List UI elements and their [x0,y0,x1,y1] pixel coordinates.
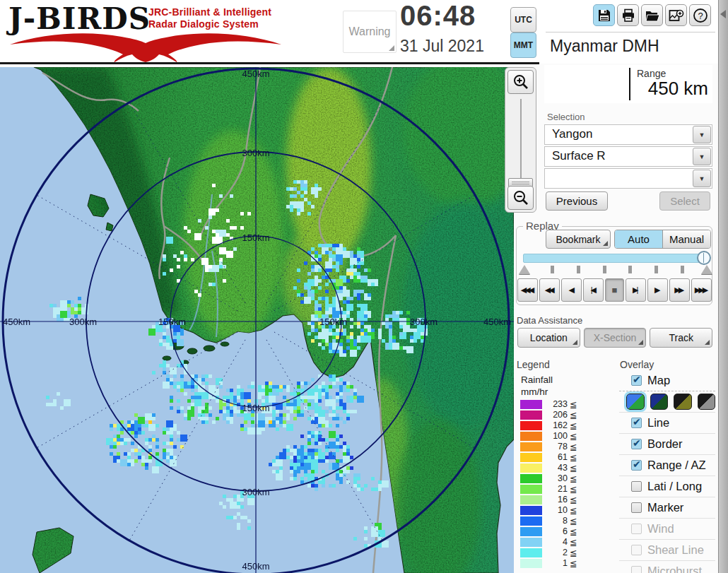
overlay-row-shear-line[interactable]: Shear Line [619,540,715,561]
legend-value: 1 [544,558,568,568]
map-style-swatch[interactable] [674,394,692,410]
product-dropdown[interactable]: Surface R ▼ [544,146,712,167]
checkbox[interactable] [631,545,642,555]
checkbox[interactable] [631,418,642,428]
overlay-row-line[interactable]: Line [619,413,715,434]
radar-map[interactable]: 450km300km150km150km300km450km450km300km… [0,67,514,573]
checkbox[interactable] [631,566,642,573]
legend-lte-symbol: ≦ [570,431,577,442]
utc-toggle-button[interactable]: UTC [510,7,536,33]
warning-button[interactable]: Warning [343,11,397,53]
chevron-down-icon[interactable]: ▼ [693,126,711,143]
step-backward-button[interactable]: |◀ [583,278,604,302]
overlay-row-microburst[interactable]: Microburst [619,561,715,573]
legend-value: 10 [544,505,568,515]
open-button[interactable] [641,4,663,26]
stop-button[interactable]: ■ [605,278,623,302]
legend-row: 16≦ [519,495,587,505]
map-style-swatch[interactable] [698,394,716,410]
legend-lte-symbol: ≦ [570,452,577,463]
legend-value: 2 [544,548,568,557]
legend-swatch [520,474,542,483]
checkbox[interactable] [631,460,642,471]
track-button[interactable]: Track [650,328,712,348]
legend-value: 78 [544,442,568,451]
checkbox[interactable] [631,439,642,449]
overlay-item-label: Wind [647,522,674,536]
collapse-arrow-icon[interactable] [720,10,726,18]
help-button[interactable]: ? [689,4,711,26]
save-button[interactable] [593,4,615,26]
fast-forward-button[interactable]: ▶▶ [669,278,690,302]
step-forward-button[interactable]: ▶| [626,278,646,302]
legend-swatch [520,559,542,568]
legend-swatch [520,463,542,473]
play-button[interactable]: ▶ [647,278,668,302]
range-ring-label: 150km [319,317,347,327]
legend-row: 233≦ [519,399,587,410]
replay-range-start-marker[interactable] [519,265,530,274]
map-style-swatch[interactable] [626,394,645,410]
legend-lte-symbol: ≦ [570,410,577,420]
replay-range-end-marker[interactable] [701,265,712,274]
previous-button[interactable]: Previous [546,191,608,211]
overlay-row-wind[interactable]: Wind [619,519,715,540]
legend-swatch [520,410,542,420]
overlay-row-range-az[interactable]: Range / AZ [619,455,715,476]
capture-button[interactable] [665,4,687,26]
replay-slider-handle[interactable] [697,251,711,265]
legend-row: 1≦ [519,558,587,569]
legend-value: 8 [544,516,568,526]
overlay-item-label: Map [647,374,670,387]
rewind-button[interactable]: ◀◀ [539,278,560,302]
site-dropdown[interactable]: Yangon ▼ [544,124,712,145]
overlay-row-lati-long[interactable]: Lati / Long [619,476,715,497]
toolbar-divider [546,32,715,33]
zoom-slider-track[interactable] [520,99,522,181]
fast-rewind-button[interactable]: ◀◀◀ [517,278,538,302]
zoom-in-button[interactable] [507,70,534,94]
replay-slider-track[interactable] [523,254,708,263]
legend-unit-line2: mm/hr [521,386,548,397]
legend-lte-symbol: ≦ [570,495,577,505]
legend-lte-symbol: ≦ [570,516,577,526]
chevron-down-icon[interactable]: ▼ [693,148,711,165]
x-section-button[interactable]: X-Section [584,328,647,348]
overlay-item-label: Marker [647,501,683,514]
bookmark-button[interactable]: Bookmark [546,230,611,249]
mmt-toggle-button[interactable]: MMT [510,33,536,58]
map-style-swatch[interactable] [650,394,669,410]
range-ring-label: 450km [242,561,269,572]
playback-controls: ◀◀◀◀◀◀|◀■▶|▶▶▶▶▶▶ [517,278,712,302]
overlay-row-marker[interactable]: Marker [619,497,715,519]
range-ring-label: 450km [483,317,511,327]
range-ring-label: 300km [410,317,438,327]
range-ring-label: 300km [242,148,269,158]
checkbox[interactable] [631,524,642,534]
station-name: Myanmar DMH [550,37,659,56]
range-ring-label: 450km [3,317,30,327]
option-dropdown[interactable]: ▼ [544,168,712,189]
location-button[interactable]: Location [517,328,580,348]
eagle-logo-icon [8,30,283,62]
play-backward-button[interactable]: ◀ [561,278,582,302]
checkbox[interactable] [631,375,642,386]
print-button[interactable] [617,4,639,26]
range-ring-label: 150km [242,232,269,243]
checkbox[interactable] [631,481,642,492]
manual-button[interactable]: Manual [662,230,710,248]
overlay-row-map[interactable]: Map [619,370,715,391]
image-add-icon [669,8,684,23]
panel-collapse-strip[interactable] [718,0,728,573]
select-button[interactable]: Select [659,191,710,211]
auto-button[interactable]: Auto [615,230,662,248]
legend-row: 8≦ [519,516,587,526]
fastest-forward-button[interactable]: ▶▶▶ [691,278,712,302]
replay-tick [577,266,580,273]
overlay-row-border[interactable]: Border [619,434,715,455]
zoom-out-button[interactable] [507,186,534,210]
folder-icon [645,8,660,23]
checkbox[interactable] [631,502,642,513]
chevron-down-icon[interactable]: ▼ [693,170,711,187]
floppy-icon [597,8,611,23]
